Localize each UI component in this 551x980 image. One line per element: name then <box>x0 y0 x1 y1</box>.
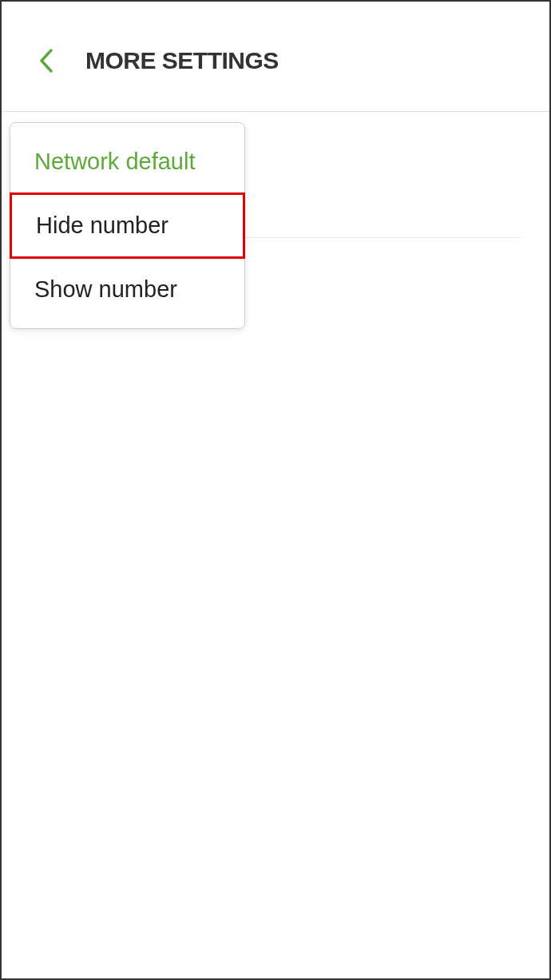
caller-id-dropdown: Network default Hide number Show number <box>10 122 245 329</box>
dropdown-option-network-default[interactable]: Network default <box>10 131 244 192</box>
header: MORE SETTINGS <box>2 2 549 112</box>
dropdown-option-show-number[interactable]: Show number <box>10 259 244 320</box>
dropdown-option-hide-number[interactable]: Hide number <box>10 192 245 259</box>
chevron-left-icon <box>37 47 54 74</box>
page-title: MORE SETTINGS <box>85 47 279 74</box>
content-area: ng calls according to the Network defaul… <box>2 112 549 160</box>
back-button[interactable] <box>30 45 61 77</box>
